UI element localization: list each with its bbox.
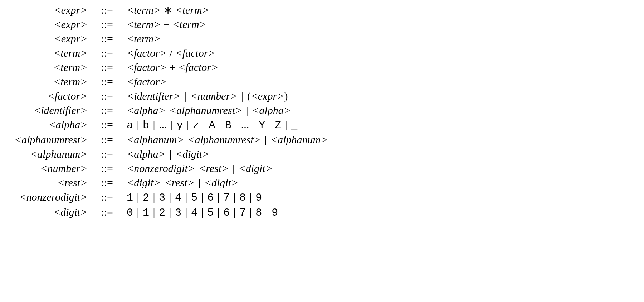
defines-operator: ::= bbox=[98, 119, 116, 131]
symbol: ) bbox=[284, 90, 288, 102]
terminal: _ bbox=[291, 119, 297, 131]
rule-lhs: <digit> bbox=[14, 206, 87, 218]
nonterminal: <rest> bbox=[199, 162, 229, 174]
lhs-nonterminal: <expr> bbox=[54, 33, 88, 44]
rule-lhs: <number> bbox=[14, 162, 87, 174]
symbol: ∗ bbox=[161, 4, 175, 16]
terminal: 0 bbox=[127, 207, 133, 219]
rule-lhs: <identifier> bbox=[14, 104, 87, 116]
nonterminal: <digit> bbox=[127, 177, 161, 188]
terminal: 7 bbox=[223, 192, 230, 204]
alternation-bar: | bbox=[242, 104, 252, 116]
defines-operator: ::= bbox=[98, 148, 116, 160]
rule-rhs: 0 | 1 | 2 | 3 | 4 | 5 | 6 | 7 | 8 | 9 bbox=[127, 206, 630, 219]
rule-rhs: <digit><rest> | <digit> bbox=[127, 177, 630, 189]
lhs-nonterminal: <rest> bbox=[57, 177, 87, 188]
terminal: 3 bbox=[159, 192, 165, 204]
alternation-bar: | bbox=[249, 119, 259, 130]
defines-operator: ::= bbox=[98, 76, 116, 88]
lhs-nonterminal: <term> bbox=[53, 76, 87, 87]
terminal: 5 bbox=[191, 192, 197, 204]
rule-rhs: 1 | 2 | 3 | 4 | 5 | 6 | 7 | 8 | 9 bbox=[127, 191, 630, 204]
nonterminal: <digit> bbox=[238, 162, 273, 174]
alternation-bar: | bbox=[229, 162, 238, 174]
lhs-nonterminal: <alpha> bbox=[49, 119, 88, 130]
nonterminal: <alphanum> bbox=[270, 134, 328, 145]
alternation-bar: | bbox=[133, 206, 143, 218]
rule-rhs: <factor> bbox=[127, 76, 630, 88]
terminal: b bbox=[143, 119, 149, 131]
nonterminal: <nonzerodigit> bbox=[127, 162, 195, 174]
terminal: 1 bbox=[143, 207, 149, 219]
terminal: 9 bbox=[272, 207, 278, 219]
lhs-nonterminal: <factor> bbox=[47, 90, 87, 102]
alternation-bar: | bbox=[199, 119, 209, 130]
alternation-bar: | bbox=[133, 119, 143, 130]
lhs-nonterminal: <nonzerodigit> bbox=[19, 191, 87, 203]
rule-lhs: <term> bbox=[14, 47, 87, 59]
terminal: 3 bbox=[175, 207, 181, 219]
nonterminal: <factor> bbox=[127, 76, 167, 87]
defines-operator: ::= bbox=[98, 90, 116, 102]
nonterminal: <identifier> bbox=[127, 90, 180, 102]
rule-lhs: <alphanum> bbox=[14, 148, 87, 160]
lhs-nonterminal: <expr> bbox=[54, 4, 88, 16]
defines-operator: ::= bbox=[98, 134, 116, 146]
nonterminal: <alphanumrest> bbox=[187, 134, 260, 145]
rule-rhs: a | b | ... | y | z | A | B | ... | Y | … bbox=[127, 119, 630, 131]
lhs-nonterminal: <alphanumrest> bbox=[14, 134, 87, 145]
rule-rhs: <alpha> | <digit> bbox=[127, 148, 630, 160]
alternation-bar: | bbox=[165, 191, 175, 203]
nonterminal: <alpha> bbox=[252, 104, 291, 116]
lhs-nonterminal: <expr> bbox=[54, 18, 88, 30]
rule-rhs: <alpha><alphanumrest> | <alpha> bbox=[127, 104, 630, 116]
rule-lhs: <factor> bbox=[14, 90, 87, 102]
rule-lhs: <alpha> bbox=[14, 119, 87, 131]
nonterminal: <term> bbox=[127, 4, 161, 16]
alternation-bar: | bbox=[149, 206, 159, 218]
alternation-bar: | bbox=[167, 119, 177, 130]
nonterminal: <alpha> bbox=[127, 104, 166, 116]
alternation-bar: | bbox=[181, 206, 191, 218]
terminal: B bbox=[225, 119, 231, 131]
rule-rhs: <factor> + <factor> bbox=[127, 61, 630, 73]
rule-rhs: <factor> / <factor> bbox=[127, 47, 630, 59]
terminal: 2 bbox=[159, 207, 165, 219]
rule-lhs: <term> bbox=[14, 61, 87, 73]
nonterminal: <alphanumrest> bbox=[169, 104, 242, 116]
terminal: 6 bbox=[223, 207, 230, 219]
alternation-bar: | bbox=[214, 206, 223, 218]
defines-operator: ::= bbox=[98, 206, 116, 218]
rule-rhs: <alphanum><alphanumrest> | <alphanum> bbox=[127, 134, 630, 146]
nonterminal: <expr> bbox=[251, 90, 284, 102]
defines-operator: ::= bbox=[98, 18, 116, 30]
rule-rhs: <term> − <term> bbox=[127, 18, 630, 30]
terminal: 6 bbox=[207, 192, 214, 204]
alternation-bar: | bbox=[149, 119, 159, 130]
terminal: z bbox=[193, 119, 199, 131]
alternation-bar: | bbox=[230, 191, 239, 203]
symbol: − bbox=[161, 18, 172, 30]
nonterminal: <term> bbox=[127, 18, 161, 30]
defines-operator: ::= bbox=[98, 61, 116, 73]
alternation-bar: | bbox=[261, 134, 270, 145]
terminal: y bbox=[177, 119, 183, 131]
lhs-nonterminal: <term> bbox=[53, 47, 87, 59]
nonterminal: <term> bbox=[127, 33, 161, 44]
alternation-bar: | bbox=[214, 191, 223, 203]
alternation-bar: | bbox=[183, 119, 193, 130]
terminal: 1 bbox=[127, 192, 133, 204]
alternation-bar: | bbox=[215, 119, 225, 130]
terminal: 8 bbox=[255, 207, 262, 219]
alternation-bar: | bbox=[246, 191, 255, 203]
defines-operator: ::= bbox=[98, 33, 116, 45]
rule-lhs: <expr> bbox=[14, 4, 87, 16]
nonterminal: <term> bbox=[175, 4, 209, 16]
terminal: 7 bbox=[239, 207, 246, 219]
alternation-bar: | bbox=[231, 119, 241, 130]
alternation-bar: | bbox=[166, 148, 175, 160]
alternation-bar: | bbox=[195, 177, 204, 188]
defines-operator: ::= bbox=[98, 47, 116, 59]
terminal: 5 bbox=[207, 207, 214, 219]
symbol: ... bbox=[241, 119, 249, 130]
